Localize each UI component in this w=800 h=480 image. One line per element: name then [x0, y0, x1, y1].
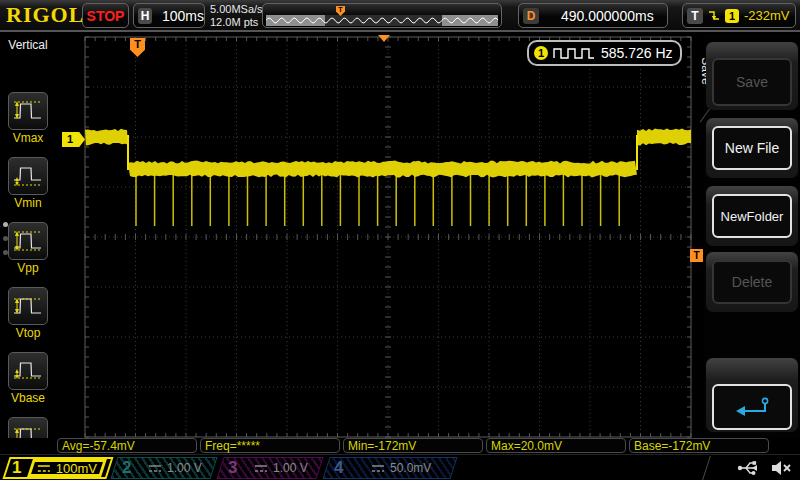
measurement-freq: Freq=***** [200, 438, 340, 453]
graticule [56, 34, 704, 440]
horizontal-timebase-box[interactable]: H 100ms [133, 3, 205, 28]
sidebar-item-vpp[interactable]: Vpp [0, 222, 56, 275]
sidebar-item-vmin[interactable]: Vmin [0, 157, 56, 210]
channel4-tab[interactable]: 4 50.0mV [326, 457, 454, 479]
measure-sidebar: Vertical Vmax Vmin [0, 34, 56, 438]
trigger-source-badge: 1 [725, 9, 739, 23]
delay-box[interactable]: D 490.000000ms [518, 3, 668, 28]
delay-value: 490.000000ms [561, 8, 654, 24]
save-menu-panel: Save Save New File NewFolder Delete [704, 34, 800, 438]
run-stop-indicator[interactable]: STOP [82, 3, 129, 28]
memory-band: T [266, 15, 498, 26]
beeper-off-icon [770, 458, 792, 478]
channel-status-bar: 1 100mV 2 1.00 V 3 [0, 454, 800, 480]
sidebar-item-vbase[interactable]: Vbase [0, 352, 56, 405]
dc-coupling-icon [371, 464, 385, 473]
horizontal-label: H [138, 8, 152, 24]
top-status-bar: RIGOL STOP H 100ms 5.00MSa/s 12.0M pts T… [0, 0, 800, 32]
return-arrow-icon [732, 396, 772, 418]
channel2-tab[interactable]: 2 1.00 V [114, 457, 214, 479]
freq-value: 585.726 Hz [601, 45, 673, 61]
channel1-tab[interactable]: 1 100mV [6, 457, 110, 479]
dc-coupling-icon [254, 464, 268, 473]
acquisition-info: 5.00MSa/s 12.0M pts [210, 3, 263, 29]
channel3-tab[interactable]: 3 1.00 V [220, 457, 320, 479]
memory-wave [266, 15, 498, 26]
timebase-value: 100ms [162, 8, 204, 24]
vmin-icon [13, 164, 43, 188]
vmax-icon [13, 99, 43, 123]
measurement-base: Base=-172mV [629, 438, 769, 453]
measurement-bar: Avg=-57.4mV Freq=***** Min=-172mV Max=20… [0, 438, 800, 454]
delete-button[interactable]: Delete [712, 260, 792, 304]
new-folder-button[interactable]: NewFolder [712, 194, 792, 238]
trigger-level-value: -232mV [744, 8, 790, 23]
delay-label: D [523, 8, 539, 24]
trigger-label: T [687, 8, 703, 24]
trigger-level-marker[interactable]: T [690, 249, 703, 262]
square-wave-icon [553, 46, 595, 60]
vbase-icon [13, 359, 43, 383]
measurement-avg: Avg=-57.4mV [57, 438, 197, 453]
trigger-position-icon[interactable] [378, 35, 390, 42]
measurement-min: Min=-172mV [343, 438, 483, 453]
memory-depth: 12.0M pts [210, 16, 263, 29]
measurement-max: Max=20.0mV [486, 438, 626, 453]
back-button[interactable] [712, 384, 792, 430]
waveform-memory-thumbnail[interactable]: T [262, 3, 502, 28]
sidebar-item-vmax[interactable]: Vmax [0, 92, 56, 145]
rigol-logo: RIGOL [6, 2, 84, 28]
dc-coupling-icon [148, 464, 162, 473]
vpp-icon [13, 229, 43, 253]
usb-icon [736, 458, 762, 478]
falling-edge-icon [707, 9, 721, 23]
status-icons [736, 458, 792, 478]
dc-coupling-icon [37, 464, 51, 473]
oscilloscope-screen: RIGOL STOP H 100ms 5.00MSa/s 12.0M pts T… [0, 0, 800, 480]
sidebar-item-vtop[interactable]: Vtop [0, 287, 56, 340]
save-button[interactable]: Save [712, 58, 792, 106]
sidebar-title: Vertical [0, 34, 56, 52]
new-file-button[interactable]: New File [712, 126, 792, 170]
sample-rate: 5.00MSa/s [210, 3, 263, 16]
freq-channel-badge: 1 [534, 46, 548, 60]
menu-page-dots [3, 222, 8, 264]
frequency-counter: 1 585.726 Hz [527, 40, 682, 66]
vtop-icon [13, 294, 43, 318]
trigger-box[interactable]: T 1 -232mV [682, 3, 796, 28]
statusbar-separator [702, 456, 711, 480]
